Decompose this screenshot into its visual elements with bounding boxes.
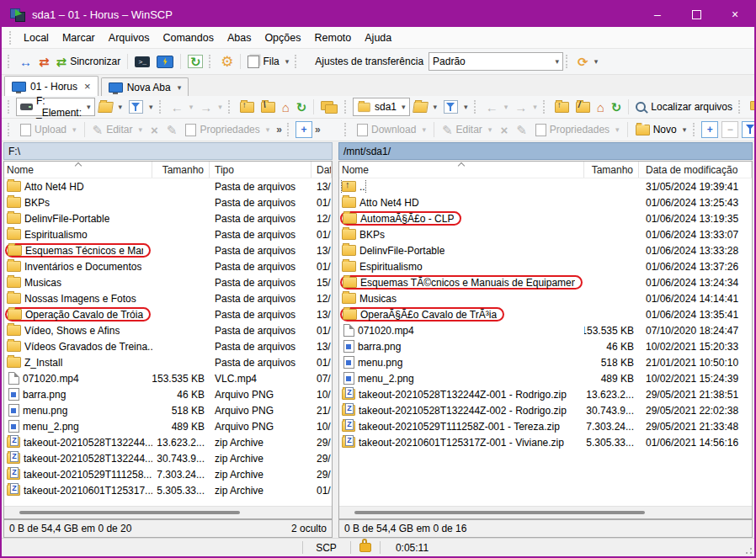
delete-button[interactable] [146, 120, 162, 139]
resize-grip[interactable] [744, 546, 753, 555]
toolbar-grip[interactable] [543, 100, 549, 114]
drive-selector[interactable]: F: _Element: ▾ [16, 98, 95, 116]
swap-panels-button[interactable] [16, 51, 35, 72]
preferences-button[interactable] [217, 51, 237, 72]
file-row[interactable]: barra.png46 KBArquivo PNG10/ [4, 386, 332, 402]
file-row[interactable]: DelinvFile-PortablePasta de arquivos12/ [4, 210, 332, 226]
toolbar-grip[interactable] [8, 100, 13, 114]
close-button[interactable]: × [716, 2, 754, 27]
more-buttons-chevron[interactable]: » [312, 124, 323, 136]
close-tab-icon[interactable]: × [82, 80, 91, 93]
open-directory-button[interactable] [410, 97, 441, 117]
file-row[interactable]: takeout-20210528T132244...13.623.2...zip… [4, 434, 332, 450]
file-row[interactable]: Espiritualismo01/06/2024 13:37:26 [339, 258, 752, 274]
file-row[interactable]: Musicas01/06/2024 14:14:41 [339, 290, 752, 306]
file-row[interactable]: AutomaÃ§Ã£o - CLP01/06/2024 13:19:35 [339, 210, 752, 226]
file-row[interactable]: Vídeo, Shows e AfinsPasta de arquivos01/ [4, 322, 332, 338]
new-button[interactable]: * Novo [631, 120, 691, 139]
file-row[interactable]: BKPsPasta de arquivos01/ [4, 194, 332, 210]
rename-button[interactable] [162, 120, 182, 139]
menu-item-comandos[interactable]: Comandos [156, 32, 220, 44]
local-horizontal-scrollbar[interactable] [4, 506, 332, 518]
file-row[interactable]: menu_2.png489 KBArquivo PNG10/ [4, 418, 332, 434]
scrollbar-thumb[interactable] [354, 511, 645, 514]
column-header-name[interactable]: Nome [4, 162, 152, 178]
remote-directory-selector[interactable]: sda1 ▾ [353, 98, 410, 116]
toolbar-grip[interactable] [159, 100, 165, 114]
hidden-files-count[interactable]: 2 oculto [291, 523, 327, 534]
download-button[interactable]: Download [353, 120, 430, 139]
background-transfers-button[interactable] [574, 51, 601, 72]
file-row[interactable]: menu.png518 KB21/01/2021 10:50:10 [339, 354, 752, 370]
home-directory-button[interactable] [279, 97, 293, 117]
file-row[interactable]: menu.png518 KBArquivo PNG21/ [4, 402, 332, 418]
home-directory-button[interactable] [594, 97, 608, 117]
toolbar-grip[interactable] [344, 123, 350, 136]
file-row[interactable]: MusicasPasta de arquivos15/ [4, 274, 332, 290]
upload-button[interactable]: Upload [16, 120, 81, 139]
refresh-session-button[interactable] [184, 51, 206, 72]
file-row[interactable]: takeout-20210528T132244Z-002 - Rodrigo.z… [339, 402, 752, 418]
transfer-preset-select[interactable]: Padrão ▾ [429, 52, 563, 71]
file-row[interactable]: BKPs01/06/2024 13:33:07 [339, 226, 752, 242]
filter-button[interactable] [440, 97, 471, 117]
toolbar-grip[interactable] [287, 123, 293, 136]
properties-button[interactable]: Propriedades [181, 120, 274, 139]
file-row[interactable]: takeout-20210528T132244...30.743.9...zip… [4, 450, 332, 466]
rename-button[interactable] [512, 120, 531, 139]
maximize-button[interactable] [677, 2, 716, 27]
file-row[interactable]: Atto Net4 HDPasta de arquivos13/ [4, 178, 332, 194]
forward-button[interactable] [511, 97, 540, 117]
filter-toggle-button[interactable] [742, 121, 756, 138]
file-row[interactable]: barra.png46 KB10/02/2021 15:20:33 [339, 338, 752, 354]
column-header-size[interactable]: Tamanho [152, 162, 210, 178]
parent-directory-button[interactable]: ↑ [237, 97, 258, 117]
menu-item-abas[interactable]: Abas [221, 32, 258, 44]
remote-horizontal-scrollbar[interactable] [339, 506, 752, 518]
column-header-date[interactable]: Dat [311, 162, 332, 178]
toolbar-grip[interactable] [344, 100, 350, 114]
protocol-indicator[interactable]: SCP [302, 541, 350, 554]
file-row[interactable]: Nossas Imagens e FotosPasta de arquivos1… [4, 290, 332, 306]
encryption-indicator[interactable] [350, 541, 380, 554]
menu-item-ajuda[interactable]: Ajuda [358, 32, 398, 44]
file-row[interactable]: EspiritualismoPasta de arquivos01/ [4, 226, 332, 242]
toolbar-grip[interactable] [8, 55, 13, 68]
tab-01-horus[interactable]: 01 - Horus × [4, 76, 98, 96]
back-button[interactable] [482, 97, 512, 117]
toolbar-grip[interactable] [693, 123, 699, 136]
toolbar-grip[interactable] [295, 55, 301, 68]
remove-button[interactable]: − [721, 121, 738, 138]
file-row[interactable]: Esquemas TÃ©cnicos e Manuais de Equipame… [339, 274, 752, 290]
add-button[interactable]: + [295, 121, 312, 138]
file-row[interactable]: takeout-20210528T132244Z-001 - Rodrigo.z… [339, 386, 752, 402]
parent-directory-button[interactable]: ↑ [551, 97, 572, 117]
toolbar-grip[interactable] [738, 100, 744, 114]
column-header-name[interactable]: Nome [339, 162, 584, 178]
more-buttons-chevron[interactable]: » [274, 124, 285, 136]
refresh-button[interactable] [293, 97, 311, 117]
scrollbar-thumb[interactable] [19, 511, 240, 514]
file-row[interactable]: Vídeos Gravados de Treina...Pasta de arq… [4, 338, 332, 354]
file-row[interactable]: takeout-20210601T125317Z-001 - Viviane.z… [339, 434, 752, 450]
menu-item-arquivos[interactable]: Arquivos [102, 32, 157, 44]
toolbar-grip[interactable] [566, 55, 572, 68]
properties-button[interactable]: Propriedades [531, 120, 624, 139]
delete-button[interactable] [496, 120, 512, 139]
file-row[interactable]: menu_2.png489 KB10/02/2021 15:24:39 [339, 370, 752, 386]
synchronize-directories-button[interactable] [747, 97, 756, 117]
tab-new-session[interactable]: Nova Aba [101, 77, 189, 96]
file-row[interactable]: Esquemas Técnicos e Man...Pasta de arqui… [4, 242, 332, 258]
minimize-button[interactable]: – [638, 2, 677, 27]
file-row[interactable]: 071020.mp4153.535 KB07/10/2020 18:24:47 [339, 322, 752, 338]
edit-button[interactable]: Editar [88, 120, 146, 139]
column-header-type[interactable]: Tipo [210, 162, 311, 178]
menu-item-opcoes[interactable]: Opções [258, 32, 307, 44]
menu-item-remoto[interactable]: Remoto [307, 32, 358, 44]
forward-button[interactable] [196, 97, 226, 117]
column-header-size[interactable]: Tamanho [584, 162, 639, 178]
toolbar-grip[interactable] [228, 100, 234, 114]
file-row[interactable]: OperaÃ§Ã£o Cavalo de TrÃ³ia01/06/2024 13… [339, 306, 752, 322]
file-row[interactable]: takeout-20210529T111258...7.303.24...zip… [4, 466, 332, 482]
refresh-button[interactable] [608, 97, 626, 117]
